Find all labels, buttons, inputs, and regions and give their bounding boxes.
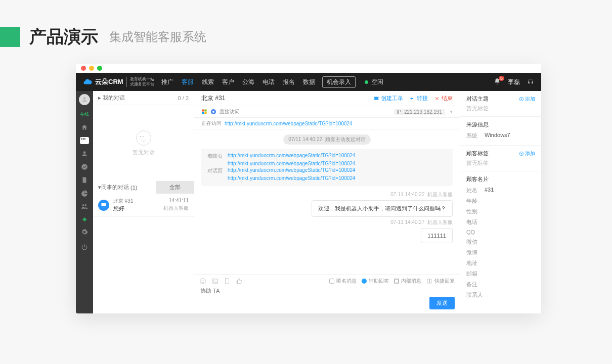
power-icon[interactable] — [81, 244, 88, 251]
colleague-conv-toggle[interactable]: ▾ 同事的对话 (1) — [93, 181, 156, 194]
chat-icon[interactable] — [80, 137, 89, 144]
visiting-url-bar: 正在访问 http://mkt.yunduocrm.com/webpageSta… — [194, 118, 460, 129]
nav-signup[interactable]: 报名 — [283, 78, 295, 86]
quick-reply-button[interactable]: 快捷回复 — [426, 278, 455, 285]
cloud-icon — [83, 77, 92, 86]
zoom-icon[interactable] — [97, 66, 102, 71]
accent-bar — [0, 27, 20, 47]
windows-icon — [201, 109, 207, 115]
minimize-icon[interactable] — [89, 66, 94, 71]
message-input[interactable] — [199, 285, 455, 297]
person-icon — [81, 96, 88, 103]
page-title: 产品演示 — [29, 25, 98, 49]
status-dot-icon — [365, 80, 368, 84]
person-icon[interactable] — [81, 150, 88, 157]
workspace: 在线 ◈ ▸ 我的对话 0 / 2 暂无对话 ▾ 同事的对话 (1) 全 — [76, 91, 541, 313]
msg-meta: 07-11 14:40:27 机器人客服 — [201, 219, 453, 226]
check-circle-icon[interactable] — [81, 163, 88, 170]
brand-logo: 云朵CRM 教育机构一站式服务云平台 — [83, 77, 154, 87]
svg-point-3 — [202, 280, 202, 281]
pie-chart-icon[interactable] — [81, 190, 88, 197]
nav-promo[interactable]: 推广 — [161, 78, 173, 86]
current-user[interactable]: 李磊 — [508, 78, 520, 86]
chat-title: 北京 #31 — [201, 94, 225, 103]
visit-source-bar: 直接访问 IP: 221.219.162.191 ▾ — [194, 106, 460, 118]
tab-all[interactable]: 全部 — [156, 181, 194, 194]
system-message: 07/11 14:40:22 顾客主动发起对话 — [283, 134, 370, 145]
nav-pool[interactable]: 公海 — [242, 78, 254, 86]
anon-toggle[interactable]: 匿名消息 — [329, 278, 357, 285]
chat-bubble: 欢迎，我是机器人小助手，请问遇到了什么问题吗？ — [312, 200, 453, 217]
svg-point-4 — [203, 280, 204, 281]
svg-rect-8 — [430, 279, 432, 283]
brand-name: 云朵CRM — [95, 77, 123, 86]
svg-point-1 — [212, 111, 214, 113]
slide-header: 产品演示 集成智能客服系统 — [0, 0, 612, 64]
nav-leads[interactable]: 线索 — [202, 78, 214, 86]
send-button[interactable]: 发送 — [429, 297, 455, 309]
conversation-list: ▸ 我的对话 0 / 2 暂无对话 ▾ 同事的对话 (1) 全部 北京 #311… — [93, 91, 194, 313]
close-icon[interactable] — [81, 66, 86, 71]
chrome-icon — [210, 109, 216, 115]
add-tag-button[interactable]: 添加 — [519, 150, 535, 157]
end-chat-button[interactable]: 结束 — [434, 95, 453, 102]
conv-avatar — [98, 200, 109, 211]
chat-header: 北京 #31 创建工单 转接 结束 — [194, 91, 460, 106]
list-item[interactable]: 北京 #3114:41:11 您好机器人客服 — [93, 194, 194, 217]
file-icon[interactable] — [224, 278, 231, 285]
mac-titlebar — [76, 64, 541, 73]
transfer-button[interactable]: 转接 — [409, 95, 428, 102]
chat-pane: 北京 #31 创建工单 转接 结束 — [194, 91, 460, 313]
visiting-url[interactable]: http://mkt.yunduocrm.com/webpageStatic/T… — [225, 121, 353, 126]
nav-data[interactable]: 数据 — [303, 78, 315, 86]
agent-status[interactable]: 空闲 — [365, 78, 383, 86]
plus-circle-icon — [519, 151, 524, 156]
right-panel: 对话主题 添加 暂无标签 来源信息 系统Windows7 顾客标签 添加 — [460, 91, 541, 313]
composer: 匿名消息 辅助回答 内部消息 快捷回复 发送 — [194, 274, 460, 313]
svg-point-6 — [213, 280, 214, 281]
chevron-down-icon[interactable]: ▾ — [450, 109, 453, 114]
assist-toggle[interactable]: 辅助回答 — [362, 278, 389, 285]
group-icon[interactable] — [81, 203, 88, 210]
plus-circle-icon — [519, 97, 524, 102]
svg-point-2 — [200, 279, 206, 284]
status-label: 空闲 — [371, 78, 383, 86]
record-opportunity-button[interactable]: 机会录入 — [322, 76, 356, 88]
topbar: 云朵CRM 教育机构一站式服务云平台 推广 客服 线索 客户 公海 电话 报名 … — [76, 73, 541, 91]
avatar[interactable] — [79, 94, 90, 105]
visit-info-block: 着陆页http://mkt.yunduocrm.com/webpageStati… — [201, 149, 453, 186]
gear-icon[interactable] — [81, 229, 88, 236]
image-icon[interactable] — [211, 278, 218, 285]
quick-reply-icon — [426, 278, 432, 284]
empty-state: 暂无对话 — [93, 105, 194, 181]
nav-phone[interactable]: 电话 — [263, 78, 275, 86]
add-topic-button[interactable]: 添加 — [519, 96, 535, 103]
siderail: 在线 ◈ — [76, 91, 93, 313]
svg-rect-7 — [427, 279, 429, 283]
monitor-icon — [101, 202, 107, 208]
nav-customers[interactable]: 客户 — [222, 78, 234, 86]
msg-meta: 07-11 14:40:22 机器人客服 — [201, 191, 453, 198]
source-heading: 来源信息 — [466, 121, 489, 128]
chat-bubble: 111111 — [421, 228, 453, 243]
card-heading: 顾客名片 — [466, 175, 489, 183]
notification-badge: 5 — [499, 76, 504, 81]
thumbs-up-icon[interactable] — [236, 278, 243, 285]
nav-service[interactable]: 客服 — [182, 78, 194, 86]
emoji-icon[interactable] — [199, 278, 206, 285]
top-menu: 推广 客服 线索 客户 公海 电话 报名 数据 — [161, 78, 315, 86]
home-icon[interactable] — [81, 124, 88, 131]
ticket-icon — [373, 96, 379, 102]
document-icon[interactable] — [81, 176, 88, 184]
colleague-conv-header: ▾ 同事的对话 (1) 全部 — [93, 181, 194, 194]
close-icon — [434, 96, 440, 102]
brand-sub: 教育机构一站式服务云平台 — [126, 77, 154, 87]
notifications-button[interactable]: 5 — [494, 78, 501, 86]
rail-status: 在线 — [80, 111, 89, 118]
my-conv-header[interactable]: ▸ 我的对话 0 / 2 — [93, 91, 194, 105]
ip-badge: IP: 221.219.162.191 — [394, 109, 445, 115]
internal-toggle[interactable]: 内部消息 — [394, 278, 421, 285]
create-ticket-button[interactable]: 创建工单 — [373, 95, 403, 102]
headset-icon[interactable] — [527, 78, 534, 85]
wifi-icon[interactable]: ◈ — [82, 216, 86, 222]
